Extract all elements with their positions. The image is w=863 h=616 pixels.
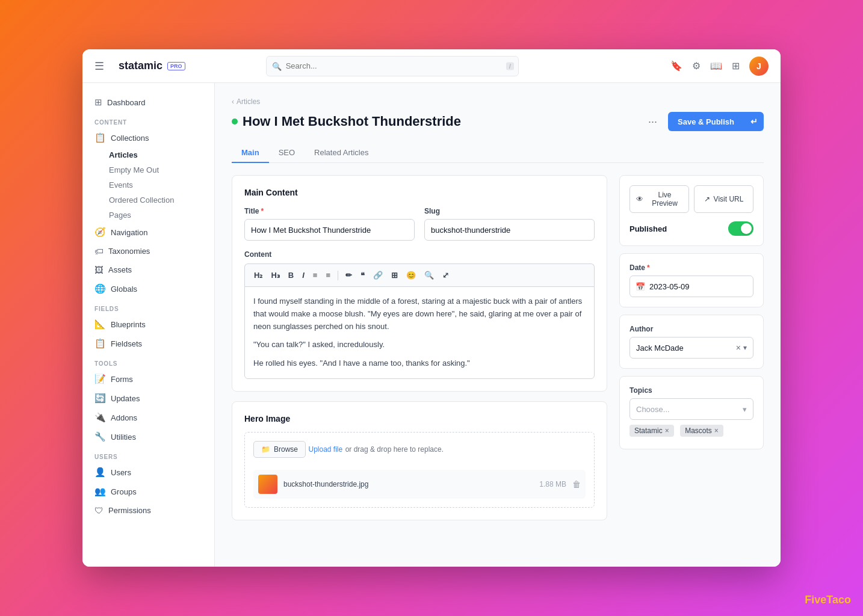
forms-label: Forms xyxy=(111,375,133,384)
edit-btn[interactable]: ✏ xyxy=(342,269,355,282)
sidebar-item-utilities[interactable]: 🔧 Utilities xyxy=(82,427,214,446)
h3-btn[interactable]: H₃ xyxy=(268,269,282,282)
sidebar-item-groups[interactable]: 👥 Groups xyxy=(82,482,214,501)
pro-badge: PRO xyxy=(167,62,185,70)
hamburger-icon[interactable]: ☰ xyxy=(94,60,104,73)
search-content-btn[interactable]: 🔍 xyxy=(421,269,437,282)
breadcrumb-link[interactable]: Articles xyxy=(237,97,260,106)
file-delete-button[interactable]: 🗑 xyxy=(572,479,581,489)
author-dropdown-arrow: ▾ xyxy=(743,343,747,352)
link-btn[interactable]: 🔗 xyxy=(370,269,386,282)
tag-mascots-remove[interactable]: × xyxy=(714,427,719,435)
search-icon: 🔍 xyxy=(272,61,282,70)
sidebar-item-forms[interactable]: 📝 Forms xyxy=(82,369,214,389)
content-p3: He rolled his eyes. "And I have a name t… xyxy=(253,357,586,370)
live-preview-button[interactable]: 👁 Live Preview xyxy=(629,185,689,213)
content-section-label: CONTENT xyxy=(82,112,214,128)
topbar-logo: statamic PRO xyxy=(119,60,185,72)
search-input[interactable] xyxy=(266,56,519,76)
published-row: Published xyxy=(629,221,753,236)
author-clear-button[interactable]: × xyxy=(736,343,741,353)
sidebar-item-articles[interactable]: Articles xyxy=(82,147,214,162)
content-field-group: Content H₂ H₃ B I ≡ ≡ ✏ ❝ xyxy=(244,250,595,379)
sidebar-item-taxonomies[interactable]: 🏷 Taxonomies xyxy=(82,242,214,260)
browse-button[interactable]: 📁 Browse xyxy=(253,441,306,458)
published-toggle[interactable] xyxy=(728,221,753,236)
h2-btn[interactable]: H₂ xyxy=(251,269,265,282)
title-required: * xyxy=(261,207,264,215)
slug-input[interactable] xyxy=(424,219,595,241)
logo-text: statamic xyxy=(119,60,162,72)
tag-statamic-remove[interactable]: × xyxy=(665,427,669,435)
quote-btn[interactable]: ❝ xyxy=(357,269,368,282)
globals-icon: 🌐 xyxy=(94,283,106,294)
table-btn[interactable]: ⊞ xyxy=(388,269,401,282)
topics-select[interactable]: Choose... ▾ xyxy=(629,398,753,420)
permissions-icon: 🛡 xyxy=(94,505,104,516)
editor-body[interactable]: I found myself standing in the middle of… xyxy=(244,286,595,379)
avatar[interactable]: J xyxy=(749,57,769,76)
users-label: Users xyxy=(111,468,131,477)
upload-link[interactable]: Upload file xyxy=(308,445,342,454)
sidebar-item-pages[interactable]: Pages xyxy=(82,208,214,223)
sidebar-item-users[interactable]: 👤 Users xyxy=(82,463,214,482)
collections-icon: 📋 xyxy=(94,132,106,143)
breadcrumb-arrow: ‹ xyxy=(232,97,234,106)
topics-label: Topics xyxy=(629,386,753,395)
emoji-btn[interactable]: 😊 xyxy=(403,269,419,282)
gear-icon[interactable]: ⚙ xyxy=(692,60,701,72)
sidebar-item-events[interactable]: Events xyxy=(82,177,214,192)
topbar-actions: 🔖 ⚙ 📖 ⊞ J xyxy=(670,57,769,76)
visit-url-label: Visit URL xyxy=(714,195,744,203)
more-options-button[interactable]: ··· xyxy=(643,113,662,131)
italic-btn[interactable]: I xyxy=(299,269,308,282)
main-content-card-title: Main Content xyxy=(244,188,595,197)
sidebar-item-navigation[interactable]: 🧭 Navigation xyxy=(82,223,214,242)
forms-icon: 📝 xyxy=(94,374,106,384)
ul-btn[interactable]: ≡ xyxy=(310,269,321,282)
sidebar-item-fieldsets[interactable]: 📋 Fieldsets xyxy=(82,334,214,353)
assets-icon: 🖼 xyxy=(94,265,104,275)
sidebar-item-updates[interactable]: 🔄 Updates xyxy=(82,389,214,408)
book-icon[interactable]: 📖 xyxy=(710,60,722,72)
sidebar-item-empty-me-out[interactable]: Empty Me Out xyxy=(82,162,214,177)
save-publish-button[interactable]: Save & Publish ↵ xyxy=(668,112,764,131)
title-slug-row: Title * Slug xyxy=(244,207,595,241)
sidebar-item-dashboard[interactable]: ⊞ Dashboard xyxy=(82,93,214,112)
sidebar-item-assets[interactable]: 🖼 Assets xyxy=(82,260,214,279)
save-publish-arrow[interactable]: ↵ xyxy=(744,112,764,131)
sidebar-item-globals[interactable]: 🌐 Globals xyxy=(82,279,214,298)
sidebar-item-ordered-collection[interactable]: Ordered Collection xyxy=(82,192,214,208)
title-input[interactable] xyxy=(244,219,415,241)
groups-label: Groups xyxy=(111,487,137,496)
taxonomies-icon: 🏷 xyxy=(94,246,104,256)
slug-label: Slug xyxy=(424,207,595,215)
visit-url-button[interactable]: ↗ Visit URL xyxy=(694,185,753,213)
blueprints-label: Blueprints xyxy=(111,320,146,329)
ol-btn[interactable]: ≡ xyxy=(323,269,333,282)
expand-btn[interactable]: ⤢ xyxy=(439,269,452,282)
sidebar-item-collections[interactable]: 📋 Collections xyxy=(82,128,214,147)
title-field-group: Title * xyxy=(244,207,415,241)
assets-label: Assets xyxy=(108,265,132,274)
topics-dropdown-arrow: ▾ xyxy=(743,405,747,414)
date-required: * xyxy=(647,263,650,272)
sidebar-item-permissions[interactable]: 🛡 Permissions xyxy=(82,501,214,520)
content-label: Content xyxy=(244,250,595,259)
author-select[interactable]: Jack McDade × ▾ xyxy=(629,337,753,359)
utilities-icon: 🔧 xyxy=(94,431,106,442)
date-input[interactable] xyxy=(629,276,753,297)
bold-btn[interactable]: B xyxy=(285,269,297,282)
navigation-label: Navigation xyxy=(111,228,147,237)
branding-five: Five xyxy=(805,594,826,606)
grid-icon[interactable]: ⊞ xyxy=(732,60,740,72)
tab-related-articles[interactable]: Related Articles xyxy=(305,143,378,163)
sidebar-item-blueprints[interactable]: 📐 Blueprints xyxy=(82,315,214,334)
bookmark-icon[interactable]: 🔖 xyxy=(670,60,682,72)
breadcrumb: ‹ Articles xyxy=(232,97,764,106)
published-label: Published xyxy=(629,224,667,233)
tab-main[interactable]: Main xyxy=(232,143,269,163)
sidebar-item-addons[interactable]: 🔌 Addons xyxy=(82,408,214,427)
tab-seo[interactable]: SEO xyxy=(269,143,305,163)
content-p1: I found myself standing in the middle of… xyxy=(253,295,586,333)
